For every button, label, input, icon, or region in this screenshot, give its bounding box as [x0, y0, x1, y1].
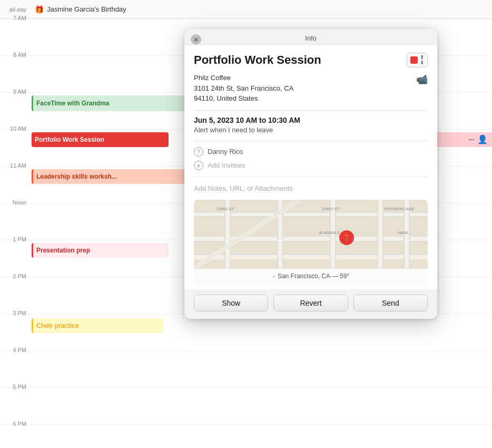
organizer-row: ? Danny Rico: [194, 145, 428, 159]
time-label-6pm: 6 PM: [0, 421, 32, 427]
svg-text:23RD ST: 23RD ST: [322, 207, 340, 211]
map-svg: 23RD ST 23RD ST POTRERO AVE ALABAMA S...…: [194, 200, 428, 268]
time-row-5pm: 5 PM: [0, 388, 492, 425]
map-location-text: San Francisco, CA — 59°: [278, 272, 349, 280]
time-label-5pm: 5 PM: [0, 384, 32, 390]
time-label-10am: 10 AM: [0, 125, 32, 132]
chevron-updown-icon: ⬆⬇: [420, 55, 424, 65]
all-day-label: all-day: [0, 6, 32, 13]
map-footer: ○ San Francisco, CA — 59°: [194, 268, 428, 284]
time-label-7am: 7 AM: [0, 15, 32, 21]
time-label-2pm: 2 PM: [0, 273, 32, 279]
time-label-11am: 11 AM: [0, 162, 32, 169]
leadership-event[interactable]: Leadership skills worksh...: [32, 169, 190, 184]
time-label-noon: Noon: [0, 199, 32, 206]
more-icon: ···: [468, 133, 474, 146]
svg-rect-18: [378, 200, 382, 268]
gift-icon: 🎁: [35, 5, 44, 14]
map-visual: 23RD ST 23RD ST POTRERO AVE ALABAMA S...…: [194, 200, 428, 268]
svg-text:23RD ST: 23RD ST: [217, 207, 234, 211]
organizer-name: Danny Rico: [208, 148, 243, 155]
birthday-event-title: Jasmine Garcia's Birthday: [47, 5, 126, 13]
location-address: 3101 24th St, San Francisco, CA: [194, 83, 293, 94]
map-container[interactable]: 23RD ST 23RD ST POTRERO AVE ALABAMA S...…: [194, 200, 428, 284]
time-content-4pm: [32, 351, 492, 387]
video-call-icon[interactable]: 📹: [416, 74, 428, 85]
time-label-4pm: 4 PM: [0, 347, 32, 353]
popup-header: ✕ Info: [184, 29, 437, 45]
revert-button[interactable]: Revert: [273, 295, 348, 311]
popup-body: Portfolio Work Session ⬆⬇ Philz Coffee 3…: [184, 45, 437, 289]
location-row: Philz Coffee 3101 24th St, San Francisco…: [194, 73, 428, 104]
event-title: Portfolio Work Session: [194, 53, 407, 67]
event-datetime: Jun 5, 2023 10 AM to 10:30 AM: [194, 116, 428, 124]
time-label-1pm: 1 PM: [0, 236, 32, 242]
time-row-4pm: 4 PM: [0, 351, 492, 388]
divider-2: [194, 140, 428, 141]
location-name: Philz Coffee: [194, 73, 293, 83]
time-content-3pm: Choir practice: [32, 314, 492, 350]
all-day-row: all-day 🎁 Jasmine Garcia's Birthday: [0, 0, 492, 19]
notes-field[interactable]: Add Notes, URL, or Attachments: [194, 181, 428, 198]
time-content-5pm: [32, 388, 492, 424]
event-info-popup: ✕ Info Portfolio Work Session ⬆⬇ Philz C…: [184, 29, 437, 319]
color-dot: [410, 56, 418, 64]
event-alert: Alert when I need to leave: [194, 126, 428, 134]
time-label-9am: 9 AM: [0, 89, 32, 95]
presentation-event[interactable]: Presentation prep: [32, 243, 169, 258]
time-label-3pm: 3 PM: [0, 310, 32, 316]
add-invitees-row[interactable]: + Add Invitees: [194, 159, 428, 172]
location-zip: 94110, United States: [194, 93, 293, 104]
choir-event[interactable]: Choir practice: [32, 318, 163, 333]
add-invitees-label: Add Invitees: [208, 161, 245, 169]
unknown-person-icon: 👤: [477, 133, 488, 146]
time-content-6pm: [32, 425, 492, 448]
add-invitees-icon: +: [194, 161, 203, 170]
svg-text:POTRERO AVE: POTRERO AVE: [385, 207, 415, 211]
show-button[interactable]: Show: [194, 295, 268, 311]
svg-text:📍: 📍: [342, 233, 351, 242]
send-button[interactable]: Send: [353, 295, 428, 311]
svg-text:ALABAMA S...: ALABAMA S...: [319, 231, 342, 235]
popup-title: Info: [305, 34, 317, 42]
map-location-circle: ○: [272, 274, 275, 279]
time-row-3pm: 3 PM Choir practice: [0, 314, 492, 351]
birthday-event[interactable]: 🎁 Jasmine Garcia's Birthday: [32, 5, 126, 14]
time-label-8am: 8 AM: [0, 52, 32, 58]
divider-3: [194, 177, 428, 177]
popup-close-button[interactable]: ✕: [191, 34, 201, 45]
facetime-event[interactable]: FaceTime with Grandma: [32, 95, 211, 111]
popup-footer: Show Revert Send: [184, 289, 437, 319]
svg-text:HAME...: HAME...: [398, 231, 411, 235]
svg-rect-19: [377, 200, 378, 268]
divider-1: [194, 110, 428, 111]
portfolio-event[interactable]: Portfolio Work Session: [32, 132, 169, 147]
time-row-6pm: 6 PM: [0, 425, 492, 448]
svg-rect-20: [382, 200, 383, 268]
location-text: Philz Coffee 3101 24th St, San Francisco…: [194, 73, 293, 104]
svg-rect-13: [277, 200, 278, 268]
calendar-color-picker[interactable]: ⬆⬇: [407, 53, 428, 67]
organizer-icon: ?: [194, 147, 203, 157]
event-title-row: Portfolio Work Session ⬆⬇: [194, 53, 428, 67]
